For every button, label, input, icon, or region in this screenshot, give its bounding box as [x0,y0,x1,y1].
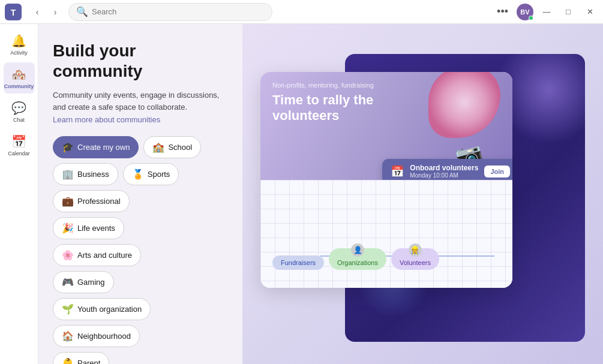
community-icon: 🏘️ [11,67,26,82]
sidebar: 🔔 Activity 🏘️ Community 💬 Chat 📅 Calenda… [0,24,38,364]
category-create-own[interactable]: 🎓 Create my own [53,136,139,158]
card-subtitle: Non-profits, mentoring, fundraising [272,82,392,89]
left-panel: Build your community Community unity eve… [38,24,242,364]
categories-row-6: 🎮 Gaming [53,271,228,293]
sidebar-label-chat: Chat [13,117,25,123]
chat-icon: 💬 [11,101,26,115]
search-bar: 🔍 [68,3,272,21]
search-icon: 🔍 [76,6,88,17]
vol-avatar: 👷 [409,243,422,257]
gaming-icon: 🎮 [62,276,74,288]
calendar-icon: 📅 [11,134,26,149]
illustration-main-card: Non-profits, mentoring, fundraising Time… [260,72,512,288]
category-arts-culture[interactable]: 🌸 Arts and culture [53,244,141,266]
categories-row-9: 👶 Parent [53,352,228,364]
category-parent[interactable]: 👶 Parent [53,352,109,364]
category-youth-org[interactable]: 🌱 Youth organization [53,298,151,320]
content-area: Build your community Community unity eve… [38,24,603,364]
parent-icon: 👶 [62,357,74,364]
youth-icon: 🌱 [62,303,74,315]
school-icon: 🏫 [152,142,164,153]
life-events-label: Life events [77,224,115,233]
business-label: Business [77,170,109,179]
parent-label: Parent [77,359,100,364]
neighbourhood-icon: 🏠 [62,330,74,342]
category-life-events[interactable]: 🎉 Life events [53,217,124,239]
grid-lines [260,180,512,288]
category-sports[interactable]: 🏅 Sports [123,163,179,185]
category-school[interactable]: 🏫 School [143,136,201,158]
sidebar-item-activity[interactable]: 🔔 Activity [4,29,35,60]
org-avatar: 👤 [351,243,364,257]
titlebar: T ‹ › 🔍 ••• BV — □ ✕ [0,0,603,24]
categories-row-4: 🎉 Life events [53,217,228,239]
volunteers-label: Volunteers [400,259,431,266]
activity-icon: 🔔 [11,34,26,48]
neighbourhood-label: Neighbourhood [77,332,131,341]
svg-text:T: T [11,8,16,17]
gaming-label: Gaming [77,278,105,287]
categories-row-5: 🌸 Arts and culture [53,244,228,266]
categories-list: 🎓 Create my own 🏫 School 🏢 Business [53,136,228,364]
category-gaming[interactable]: 🎮 Gaming [53,271,114,293]
event-info: Onboard volunteers Monday 10:00 AM [410,164,478,179]
main-layout: 🔔 Activity 🏘️ Community 💬 Chat 📅 Calenda… [0,24,603,364]
organizations-label: Organizations [337,259,378,266]
flow-node-organizations: 👤 Organizations [329,248,386,270]
arts-icon: 🌸 [62,249,74,261]
event-time: Monday 10:00 AM [410,172,478,179]
event-calendar-icon: 📅 [391,165,404,178]
flow-node-fundraisers: Fundraisers [272,255,324,270]
maximize-button[interactable]: □ [560,4,577,20]
category-business[interactable]: 🏢 Business [53,163,118,185]
back-button[interactable]: ‹ [29,4,46,20]
school-label: School [168,143,192,152]
sports-label: Sports [148,170,170,179]
categories-row-8: 🏠 Neighbourhood [53,325,228,347]
right-panel: Non-profits, mentoring, fundraising Time… [242,24,603,364]
flow-node-volunteers: 👷 Volunteers [391,248,439,270]
sidebar-label-calendar: Calendar [8,151,30,157]
card-title: Time to rally the volunteers [272,92,392,124]
sidebar-item-community[interactable]: 🏘️ Community [4,62,35,94]
life-events-icon: 🎉 [62,222,74,234]
nav-arrows: ‹ › [29,4,64,20]
categories-row-2: 🏢 Business 🏅 Sports [53,163,228,185]
category-professional[interactable]: 💼 Professional [53,190,130,212]
forward-button[interactable]: › [47,4,64,20]
page-description: Community unity events, engage in discus… [53,89,228,113]
create-own-icon: 🎓 [62,142,74,153]
event-join-button[interactable]: Join [484,166,510,178]
flower-decoration [428,72,500,138]
categories-row-1: 🎓 Create my own 🏫 School [53,136,228,158]
search-input[interactable] [92,7,265,16]
online-indicator [529,16,533,20]
more-options-button[interactable]: ••• [493,5,512,18]
minimize-button[interactable]: — [538,4,555,20]
arts-label: Arts and culture [77,251,132,260]
categories-row-7: 🌱 Youth organization [53,298,228,320]
page-title: Build your community [53,41,228,81]
fundraisers-label: Fundraisers [281,259,316,266]
avatar[interactable]: BV [517,4,533,20]
event-title: Onboard volunteers [410,164,478,172]
professional-label: Professional [77,197,121,206]
illustration-container: Non-profits, mentoring, fundraising Time… [254,36,591,352]
create-own-label: Create my own [77,143,130,152]
card-header-text: Non-profits, mentoring, fundraising Time… [272,82,392,124]
sidebar-label-activity: Activity [10,50,28,56]
categories-row-3: 💼 Professional [53,190,228,212]
flow-nodes: Fundraisers 👤 Organizations 👷 Volunteers [272,248,500,270]
card-body: Fundraisers 👤 Organizations 👷 Volunteers [260,180,512,288]
category-neighbourhood[interactable]: 🏠 Neighbourhood [53,325,140,347]
sidebar-item-chat[interactable]: 💬 Chat [4,96,35,127]
learn-more-link[interactable]: Learn more about communities [53,115,228,124]
sidebar-label-community: Community [4,83,34,89]
sidebar-item-calendar[interactable]: 📅 Calendar [4,130,35,161]
professional-icon: 💼 [62,195,74,207]
business-icon: 🏢 [62,169,74,180]
teams-logo: T [5,4,22,20]
youth-label: Youth organization [77,305,142,314]
sports-icon: 🏅 [132,169,144,180]
close-button[interactable]: ✕ [581,4,598,20]
